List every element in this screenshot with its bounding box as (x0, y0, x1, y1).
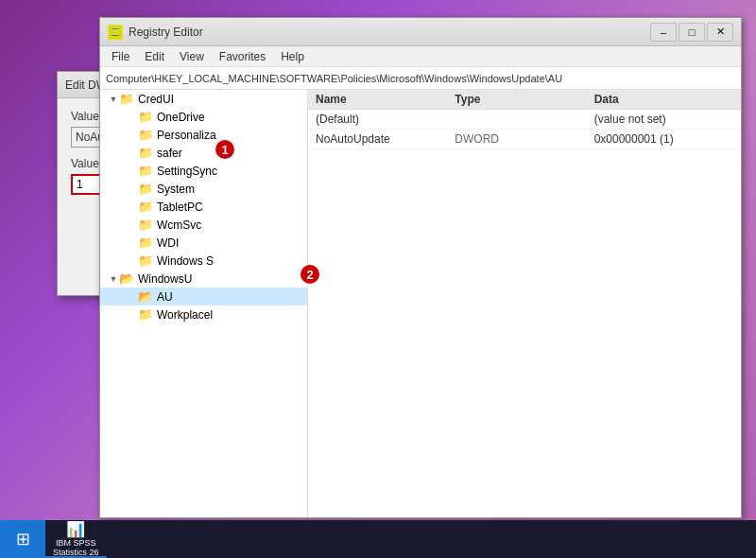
tree-label: Workplacel (157, 308, 213, 322)
tree-item-safer[interactable]: 📁 safer (100, 144, 307, 162)
tree-label: AU (157, 290, 173, 304)
tree-item-system[interactable]: 📁 System (100, 180, 307, 198)
menu-favorites[interactable]: Favorites (212, 48, 273, 65)
window-body: ▼ 📁 CredUI 📁 OneDrive 📁 Personaliza � (100, 90, 741, 517)
address-text: Computer\HKEY_LOCAL_MACHINE\SOFTWARE\Pol… (106, 73, 562, 84)
tree-label: Personaliza (157, 129, 216, 142)
folder-icon: 📁 (138, 253, 153, 268)
menu-file[interactable]: File (104, 48, 137, 65)
window-title-text: Registry Editor (129, 26, 650, 39)
tree-label: WDI (157, 236, 179, 250)
folder-icon: 📁 (119, 92, 134, 106)
registry-icon (108, 25, 123, 40)
tree-label: CredUI (138, 93, 174, 106)
tree-label: WindowsU (138, 272, 192, 286)
col-data-header: Data (594, 93, 733, 106)
tree-item-onedrive[interactable]: 📁 OneDrive (100, 108, 307, 126)
value-name-noautoupdate: NoAutoUpdate (316, 132, 455, 146)
tree-label: TabletPC (157, 201, 203, 214)
spss-icon: 📊 (66, 520, 85, 538)
arrow-icon: ▼ (108, 95, 119, 104)
tree-label: System (157, 183, 195, 196)
maximize-button[interactable]: □ (679, 23, 705, 42)
folder-icon: 📁 (138, 164, 153, 178)
folder-icon: 📁 (138, 307, 153, 322)
tree-item-settingsync[interactable]: 📁 SettingSync (100, 162, 307, 180)
tree-label: WcmSvc (157, 218, 201, 232)
values-row-noautoupdate[interactable]: NoAutoUpdate DWORD 0x00000001 (1) (308, 130, 741, 149)
value-type-noautoupdate: DWORD (455, 132, 593, 146)
menu-help[interactable]: Help (273, 48, 312, 65)
value-name-default: (Default) (316, 113, 455, 126)
tree-item-windowss[interactable]: 📁 Windows S (100, 252, 307, 270)
col-type-header: Type (455, 93, 593, 106)
window-controls: – □ ✕ (650, 23, 733, 42)
col-name-header: Name (316, 93, 455, 106)
folder-icon: 📂 (138, 289, 153, 304)
values-pane: Name Type Data (Default) (value not set)… (308, 90, 741, 517)
tree-item-wcmsvc[interactable]: 📁 WcmSvc (100, 216, 307, 234)
close-button[interactable]: ✕ (707, 23, 733, 42)
tree-label: OneDrive (157, 111, 205, 124)
tree-item-au[interactable]: 📂 AU (100, 288, 307, 305)
tree-item-credui[interactable]: ▼ 📁 CredUI (100, 90, 307, 108)
taskbar-item-label: IBM SPSS Statistics 26 (53, 538, 99, 557)
expand-icon: ▼ (108, 274, 119, 284)
values-row-default[interactable]: (Default) (value not set) (308, 110, 741, 130)
folder-icon: 📁 (138, 146, 153, 160)
tree-pane: ▼ 📁 CredUI 📁 OneDrive 📁 Personaliza � (100, 90, 308, 517)
tree-label: Windows S (157, 254, 214, 268)
folder-icon: 📁 (138, 235, 153, 250)
tree-item-personalization[interactable]: 📁 Personaliza (100, 126, 307, 144)
value-data-noautoupdate: 0x00000001 (1) (594, 132, 733, 146)
registry-editor-window: Registry Editor – □ ✕ File Edit View Fav… (99, 17, 742, 518)
taskbar-item-spss[interactable]: 📊 IBM SPSS Statistics 26 (45, 520, 107, 558)
tree-item-wdi[interactable]: 📁 WDI (100, 234, 307, 252)
address-bar: Computer\HKEY_LOCAL_MACHINE\SOFTWARE\Pol… (100, 67, 741, 90)
folder-icon: 📂 (119, 271, 134, 286)
folder-icon: 📁 (138, 218, 153, 232)
taskbar: ⊞ 📊 IBM SPSS Statistics 26 (0, 520, 756, 558)
folder-icon: 📁 (138, 110, 153, 124)
value-data-default: (value not set) (594, 113, 733, 126)
folder-icon: 📁 (138, 182, 153, 196)
tree-item-windowsupdate[interactable]: ▼ 📂 WindowsU (100, 270, 307, 288)
folder-icon: 📁 (138, 128, 153, 142)
tree-label: safer (157, 147, 182, 160)
windows-icon: ⊞ (16, 529, 30, 549)
menu-view[interactable]: View (172, 48, 212, 65)
menu-edit[interactable]: Edit (137, 48, 172, 65)
window-titlebar: Registry Editor – □ ✕ (100, 18, 741, 46)
tree-item-tabletpc[interactable]: 📁 TabletPC (100, 198, 307, 216)
value-type-default (455, 113, 593, 126)
values-header: Name Type Data (308, 90, 741, 110)
menu-bar: File Edit View Favorites Help (100, 46, 741, 67)
desktop: Registry Editor – □ ✕ File Edit View Fav… (0, 0, 756, 558)
folder-icon: 📁 (138, 200, 153, 214)
minimize-button[interactable]: – (650, 23, 677, 42)
tree-item-workplacel[interactable]: 📁 Workplacel (100, 305, 307, 323)
start-button[interactable]: ⊞ (0, 520, 45, 558)
tree-label: SettingSync (157, 165, 217, 178)
